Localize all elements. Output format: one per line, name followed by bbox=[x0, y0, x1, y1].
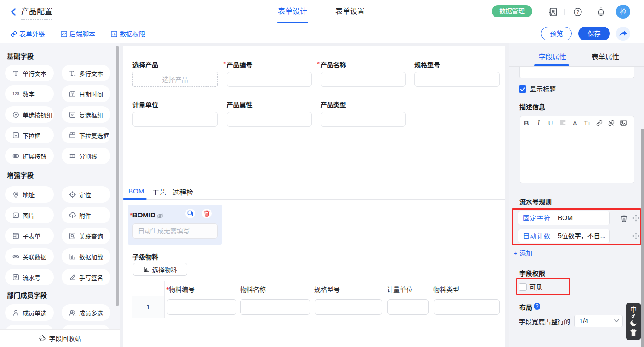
svg-text:?: ? bbox=[576, 9, 579, 15]
